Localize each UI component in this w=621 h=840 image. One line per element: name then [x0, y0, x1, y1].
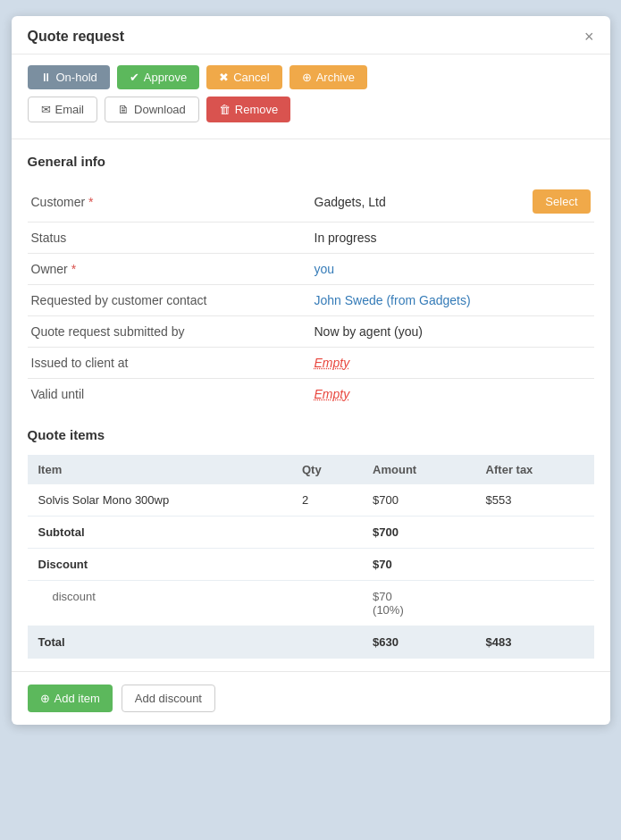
owner-link[interactable]: you: [315, 262, 335, 276]
primary-actions: ⏸ On-hold ✔ Approve ✖ Cancel ⊕ Archive: [28, 65, 594, 89]
general-info-title: General info: [28, 154, 594, 169]
download-button[interactable]: 🗎 Download: [105, 97, 199, 122]
add-discount-button[interactable]: Add discount: [122, 685, 215, 712]
quote-request-modal: Quote request × ⏸ On-hold ✔ Approve ✖ Ca…: [12, 16, 610, 725]
total-after-tax: $483: [475, 626, 594, 659]
issued-at-label: Issued to client at: [28, 348, 311, 379]
archive-button[interactable]: ⊕ Archive: [290, 65, 367, 89]
subtotal-amount: $700: [362, 517, 475, 549]
owner-required: *: [71, 262, 76, 276]
remove-button[interactable]: 🗑 Remove: [206, 97, 290, 122]
quote-items-table: Item Qty Amount After tax Solvis Solar M…: [28, 455, 594, 659]
status-value: In progress: [311, 223, 594, 254]
customer-value: Gadgets, Ltd: [315, 195, 386, 209]
customer-required: *: [88, 195, 93, 209]
submitted-by-label: Quote request submitted by: [28, 316, 311, 348]
owner-row: Owner * you: [28, 254, 594, 285]
add-item-button[interactable]: ⊕ Add item: [28, 685, 113, 712]
approve-button[interactable]: ✔ Approve: [117, 65, 199, 89]
customer-value-row: Gadgets, Ltd Select: [315, 189, 591, 214]
modal-title: Quote request: [28, 29, 124, 45]
select-button[interactable]: Select: [533, 189, 590, 214]
discount-detail-amount: $70 (10%): [362, 581, 475, 626]
table-row: Solvis Solar Mono 300wp 2 $700 $553: [28, 484, 594, 517]
pause-icon: ⏸: [40, 71, 52, 84]
status-row: Status In progress: [28, 223, 594, 254]
submitted-by-row: Quote request submitted by Now by agent …: [28, 316, 594, 348]
footer-actions: ⊕ Add item Add discount: [12, 671, 610, 725]
col-item: Item: [28, 455, 292, 484]
item-amount: $700: [362, 484, 475, 517]
total-amount: $630: [362, 626, 475, 659]
general-info-section: General info Customer * Gadgets, Ltd Sel…: [12, 139, 610, 418]
quote-items-section: Quote items Item Qty Amount After tax So…: [12, 418, 610, 671]
status-label: Status: [28, 223, 311, 254]
plus-icon: ⊕: [40, 692, 50, 705]
total-label: Total: [28, 626, 292, 659]
owner-label: Owner: [31, 262, 68, 276]
col-qty: Qty: [291, 455, 362, 484]
customer-label: Customer: [31, 195, 86, 209]
total-row: Total $630 $483: [28, 626, 594, 659]
items-table-body: Solvis Solar Mono 300wp 2 $700 $553 Subt…: [28, 484, 594, 659]
requested-by-label: Requested by customer contact: [28, 285, 311, 316]
item-qty: 2: [291, 484, 362, 517]
valid-until-value[interactable]: Empty: [315, 387, 350, 401]
requested-by-row: Requested by customer contact John Swede…: [28, 285, 594, 316]
col-after-tax: After tax: [475, 455, 594, 484]
times-icon: ✖: [219, 71, 229, 84]
quote-items-title: Quote items: [28, 427, 594, 442]
item-name: Solvis Solar Mono 300wp: [28, 484, 292, 517]
onhold-button[interactable]: ⏸ On-hold: [28, 65, 110, 89]
subtotal-label: Subtotal: [28, 517, 292, 549]
trash-icon: 🗑: [219, 103, 231, 116]
check-icon: ✔: [130, 71, 139, 84]
issued-at-row: Issued to client at Empty: [28, 348, 594, 379]
email-button[interactable]: ✉ Email: [28, 97, 98, 122]
general-info-table: Customer * Gadgets, Ltd Select Status In…: [28, 181, 594, 409]
customer-row: Customer * Gadgets, Ltd Select: [28, 181, 594, 223]
discount-detail-name: discount: [28, 581, 292, 626]
col-amount: Amount: [362, 455, 475, 484]
item-after-tax: $553: [475, 484, 594, 517]
discount-amount: $70: [362, 549, 475, 581]
valid-until-label: Valid until: [28, 379, 311, 410]
toolbar: ⏸ On-hold ✔ Approve ✖ Cancel ⊕ Archive ✉…: [12, 55, 610, 139]
cancel-button[interactable]: ✖ Cancel: [206, 65, 281, 89]
valid-until-row: Valid until Empty: [28, 379, 594, 410]
close-button[interactable]: ×: [584, 29, 594, 45]
discount-row: Discount $70: [28, 549, 594, 581]
issued-at-value[interactable]: Empty: [315, 356, 350, 370]
items-table-header: Item Qty Amount After tax: [28, 455, 594, 484]
file-icon: 🗎: [118, 103, 130, 116]
modal-header: Quote request ×: [12, 16, 610, 55]
requested-by-link[interactable]: John Swede (from Gadgets): [315, 293, 471, 307]
discount-detail-row: discount $70 (10%): [28, 581, 594, 626]
secondary-actions: ✉ Email 🗎 Download 🗑 Remove: [28, 97, 594, 122]
discount-label: Discount: [28, 549, 292, 581]
envelope-icon: ✉: [41, 103, 51, 116]
submitted-by-value: Now by agent (you): [311, 316, 594, 348]
subtotal-row: Subtotal $700: [28, 517, 594, 549]
archive-icon: ⊕: [302, 71, 312, 84]
